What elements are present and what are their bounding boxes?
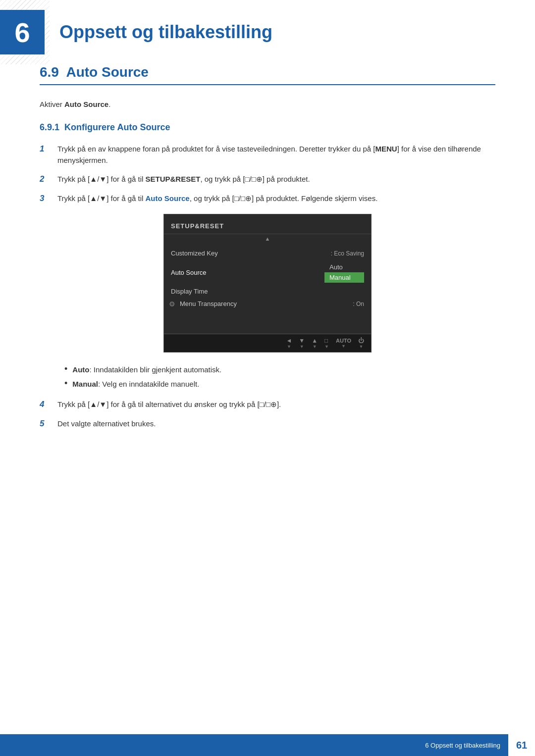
chapter-number: 6 xyxy=(14,16,30,49)
bullet-list: • Auto: Inndatakilden blir gjenkjent aut… xyxy=(64,364,495,389)
screenshot-bottom-bar: ◄▼ ▼▼ ▲▼ □▼ AUTO▼ ⏻▼ xyxy=(164,334,371,352)
step-4-text: Trykk på [▲/▼] for å gå til alternativet… xyxy=(57,399,495,410)
chapter-number-box: 6 xyxy=(0,10,45,54)
intro-text-end: . xyxy=(108,100,110,108)
step-4: 4 Trykk på [▲/▼] for å gå til alternativ… xyxy=(40,399,495,410)
chapter-header-wrapper: 6 Oppsett og tilbakestilling xyxy=(0,0,535,64)
intro-paragraph: Aktiver Auto Source. xyxy=(40,100,495,108)
screenshot-menu: Customized Key : Eco Saving Auto Source … xyxy=(164,243,371,314)
subsection-heading: Konfigurere Auto Source xyxy=(64,122,170,132)
step-4-number: 4 xyxy=(40,399,57,409)
step-5: 5 Det valgte alternativet brukes. xyxy=(40,418,495,430)
step-1-text: Trykk på en av knappene foran på produkt… xyxy=(57,144,495,166)
chapter-header: 6 Oppsett og tilbakestilling xyxy=(0,0,535,64)
intro-bold-word: Auto Source xyxy=(64,100,108,108)
bullet-item-auto: • Auto: Inndatakilden blir gjenkjent aut… xyxy=(64,364,495,375)
bullet-bold-auto: Auto xyxy=(72,365,89,374)
screenshot: SETUP&RESET ▲ Customized Key : Eco Savin… xyxy=(163,214,372,353)
screenshot-container: SETUP&RESET ▲ Customized Key : Eco Savin… xyxy=(40,214,495,353)
subsection-number: 6.9.1 xyxy=(40,122,59,132)
bottom-icon-back: ◄▼ xyxy=(286,337,292,349)
step-1: 1 Trykk på en av knappene foran på produ… xyxy=(40,144,495,166)
step-3: 3 Trykk på [▲/▼] for å gå til Auto Sourc… xyxy=(40,193,495,204)
step-1-number: 1 xyxy=(40,144,57,154)
section-title: 6.9 Auto Source xyxy=(40,64,495,85)
menu-value-transparency: : On xyxy=(353,301,364,307)
screenshot-title: SETUP&RESET xyxy=(164,220,371,234)
step-5-text: Det valgte alternativet brukes. xyxy=(57,418,495,430)
bottom-icon-down: ▼▼ xyxy=(299,337,305,349)
bullet-item-manual: • Manual: Velg en inndatakilde manuelt. xyxy=(64,379,495,389)
bullet-text-manual: Manual: Velg en inndatakilde manuelt. xyxy=(72,379,199,389)
step-3-number: 3 xyxy=(40,193,57,203)
intro-text-start: Aktiver xyxy=(40,100,64,108)
section-heading: Auto Source xyxy=(66,64,148,80)
menu-row-customized-key: Customized Key : Eco Saving xyxy=(164,247,371,259)
submenu-options: Auto Manual xyxy=(324,262,364,283)
submenu-manual: Manual xyxy=(324,272,364,283)
step-2-text: Trykk på [▲/▼] for å gå til SETUP&RESET,… xyxy=(57,174,495,185)
bottom-icon-auto: AUTO▼ xyxy=(336,338,351,349)
bullet-bold-manual: Manual xyxy=(72,380,98,388)
menu-row-display-time: Display Time xyxy=(164,285,371,298)
subsection-title: 6.9.1 Konfigurere Auto Source xyxy=(40,122,495,133)
section-number: 6.9 xyxy=(40,64,59,80)
step-2-number: 2 xyxy=(40,174,57,184)
menu-label-auto-source: Auto Source xyxy=(171,269,324,276)
page-footer: 6 Oppsett og tilbakestilling 61 xyxy=(0,734,535,756)
menu-row-auto-source: Auto Source Auto Manual xyxy=(164,259,371,285)
bottom-icon-enter: □▼ xyxy=(324,337,329,349)
steps-list-2: 4 Trykk på [▲/▼] for å gå til alternativ… xyxy=(40,399,495,429)
menu-row-menu-transparency: ⚙ Menu Transparency : On xyxy=(164,298,371,310)
step-3-keyword: Auto Source xyxy=(146,194,190,202)
bullet-dot-auto: • xyxy=(64,364,67,373)
submenu-auto: Auto xyxy=(324,262,364,272)
chapter-title: Oppsett og tilbakestilling xyxy=(59,22,272,43)
menu-label-customized: Customized Key xyxy=(171,250,331,257)
bottom-icon-up: ▲▼ xyxy=(312,337,318,349)
steps-list-1: 1 Trykk på en av knappene foran på produ… xyxy=(40,144,495,204)
bullet-text-auto: Auto: Inndatakilden blir gjenkjent autom… xyxy=(72,364,221,375)
step-2: 2 Trykk på [▲/▼] for å gå til SETUP&RESE… xyxy=(40,174,495,185)
step-2-keyword: SETUP&RESET xyxy=(146,175,201,183)
step-3-text: Trykk på [▲/▼] for å gå til Auto Source,… xyxy=(57,193,495,204)
step-1-keyword: MENU xyxy=(375,145,397,153)
menu-label-transparency: Menu Transparency xyxy=(171,300,353,307)
footer-text: 6 Oppsett og tilbakestilling xyxy=(425,742,508,749)
page-content: 6.9 Auto Source Aktiver Auto Source. 6.9… xyxy=(0,64,535,479)
menu-value-customized: : Eco Saving xyxy=(331,250,364,257)
footer-page-number: 61 xyxy=(508,734,535,756)
scroll-up-indicator: ▲ xyxy=(164,234,371,243)
step-5-number: 5 xyxy=(40,418,57,429)
bottom-icon-power: ⏻▼ xyxy=(358,337,364,349)
bullet-dot-manual: • xyxy=(64,379,67,388)
menu-label-display-time: Display Time xyxy=(171,288,364,295)
